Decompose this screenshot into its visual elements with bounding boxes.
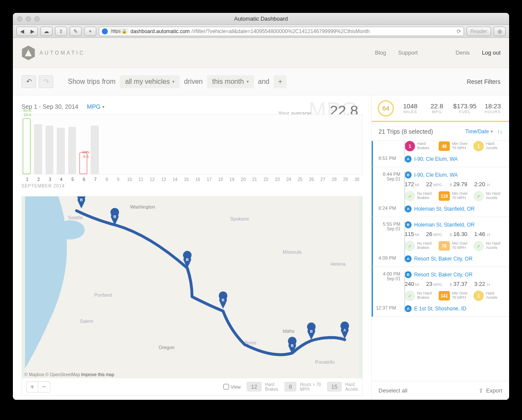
svg-text:Helena: Helena [330,261,346,267]
logo-icon [21,45,35,61]
url-host: dashboard.automatic.com [130,28,189,34]
map-footer: + − View 12HardBrakes 8Hours > 70MPH 15H… [21,378,363,395]
svg-text:B: B [310,329,312,334]
nav-support[interactable]: Support [398,49,418,56]
chevron-down-icon: ▾ [247,79,249,84]
svg-text:B: B [186,258,189,262]
hard-accels-count: 15 [327,382,342,392]
upload-icon: ⇪ [479,387,483,394]
trip-item[interactable]: 5:55 PMSep 01 BHoleman St, Stanfield, OR… [372,217,509,267]
deselect-all[interactable]: Deselect all [379,387,407,394]
trip-start-loc[interactable]: BI-90, Cle Elum, WA [405,172,503,178]
trip-end-loc[interactable]: AResort St, Baker City, OR [405,255,503,262]
reader-button[interactable]: Reader [467,27,491,36]
chevron-down-icon: ▾ [491,129,493,134]
add-tab-icon[interactable]: + [84,27,96,36]
svg-text:Pocatello: Pocatello [315,359,335,365]
svg-text:Salem: Salem [80,319,93,324]
svg-text:Missoula: Missoula [283,249,302,254]
svg-point-3 [56,221,85,239]
svg-text:Portland: Portland [94,292,112,297]
hours-over-count: 8 [284,382,296,392]
url-bar[interactable]: https 🔒 dashboard.automatic.com /#filter… [99,27,464,36]
settings-icon[interactable]: ◎ [494,27,506,36]
trip-item[interactable]: 4:00 PMSep 01 BResort St, Baker City, OR… [372,267,509,317]
brand-logo[interactable]: AUTOMATIC [21,45,85,61]
window-titlebar: Automatic Dashboard [13,13,509,25]
svg-text:Seattle: Seattle [68,215,83,220]
filter-driven: driven [184,78,203,86]
nav-blog[interactable]: Blog [375,49,386,56]
chart-x-axis: 1234567891011121314151617181920212223242… [21,177,363,182]
svg-text:B: B [113,215,116,219]
window-title: Automatic Dashboard [13,15,509,22]
trip-map[interactable]: Seattle Spokane Missoula Helena Portland… [21,196,363,378]
trip-item[interactable]: 8:44 PMSep 01 BI-90, Cle Elum, WA 172MI … [372,167,509,217]
nav-user[interactable]: Denis [455,49,470,56]
trip-end-loc[interactable]: AE 1st St, Shoshone, ID [405,305,503,312]
trip-end-loc[interactable]: AHoleman St, Stanfield, OR [405,205,503,212]
chevron-down-icon: ▾ [172,79,174,84]
chevron-down-icon: ▾ [102,104,104,109]
nav-logout[interactable]: Log out [482,49,501,56]
app-header: AUTOMATIC Blog Support Denis Log out [13,38,509,68]
key-icon[interactable]: ✎ [70,27,82,36]
brand-name: AUTOMATIC [40,50,85,56]
trip-count: 21 Trips (8 selected) [379,128,433,135]
sort-direction-icon[interactable]: ↑↓ [497,129,502,135]
svg-text:A: A [343,328,346,332]
trip-start-loc[interactable]: BHoleman St, Stanfield, OR [405,221,503,228]
trip-list[interactable]: 1HardBrakes48Min Over70 MPH1HardAccels 8… [372,141,509,381]
svg-text:Oregon: Oregon [159,345,174,350]
metric-toggle[interactable]: MPG▾ [87,103,104,110]
history-forward-icon: ↷ [39,75,53,88]
export-button[interactable]: ⇪Export [479,387,502,394]
browser-toolbar: ◀▶ ☁ ⇪ ✎ + https 🔒 dashboard.automatic.c… [13,25,509,38]
zoom-out-icon[interactable]: − [38,381,50,392]
reload-icon[interactable]: ⟳ [457,28,461,34]
https-badge: https 🔒 [110,28,128,34]
svg-text:Spokane: Spokane [230,216,249,221]
url-path: /#filter/?vehicle=all&date=1409554800000… [192,28,370,34]
svg-text:Idaho: Idaho [283,328,295,334]
zoom-in-icon[interactable]: + [26,381,38,392]
summary-bar: 64 1048MILES 22.8MPG $173.95FUEL 18:23HO… [372,95,509,122]
sort-toggle[interactable]: Time/Date ▾ [465,129,493,135]
svg-text:B: B [80,198,82,202]
filter-and: and [258,78,270,86]
reset-filters[interactable]: Reset Filters [467,78,501,85]
daterange-select[interactable]: this month▾ [207,75,254,88]
trip-item[interactable]: 1HardBrakes48Min Over70 MPH1HardAccels 8… [372,141,509,167]
nav-back-forward[interactable]: ◀▶ [16,27,38,36]
filter-prefix: Show trips from [68,78,116,86]
add-filter-button[interactable]: + [274,75,287,88]
cloud-icon[interactable]: ☁ [40,27,52,36]
chart-month-label: SEPTEMBER 2014 [21,184,363,188]
filter-bar: ↶ ↷ Show trips from all my vehicles▾ dri… [13,68,509,95]
history-back-icon[interactable]: ↶ [21,75,36,88]
view-checkbox[interactable]: View [223,384,241,389]
globe-icon [102,28,108,34]
svg-text:B: B [291,343,293,348]
hard-brakes-count: 12 [247,382,261,392]
trip-list-header: 21 Trips (8 selected) Time/Date ▾ ↑↓ [372,122,509,141]
trip-end-loc[interactable]: AI-90, Cle Elum, WA [405,156,503,162]
drive-score: 64 [378,100,394,116]
improve-map-link[interactable]: Improve this map [81,372,114,377]
svg-text:B: B [222,298,224,302]
share-icon[interactable]: ⇪ [55,27,67,36]
vehicle-select[interactable]: all my vehicles▾ [120,75,180,88]
svg-text:Washington: Washington [130,204,155,209]
trip-start-loc[interactable]: BResort St, Baker City, OR [405,271,503,278]
mpg-chart: MAX23.5MIN9.3 [21,114,363,175]
